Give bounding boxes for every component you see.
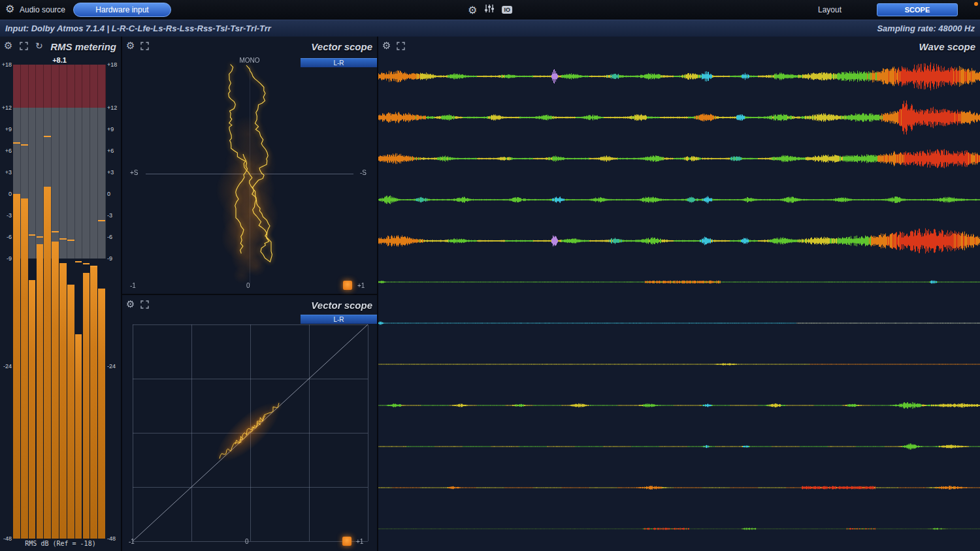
peak-hold-tick-5 <box>44 136 51 137</box>
wave-scope-panel: ⚙ Wave scope <box>378 37 980 551</box>
peak-hold-tick-3 <box>29 234 36 236</box>
peak-hold-tick-12 <box>98 220 105 221</box>
peak-hold-tick-9 <box>75 261 82 262</box>
db-scale-label: +18 <box>107 61 120 68</box>
mono-axis-label: MONO <box>233 57 266 64</box>
rms-meter-display <box>13 65 106 539</box>
db-scale-label: -3 <box>107 212 120 219</box>
rms-reference-label: RMS dB (Ref = -18) <box>0 540 121 547</box>
rms-meter-bar-4 <box>37 244 44 539</box>
scale-plus-one-label: +1 <box>357 282 365 289</box>
db-scale-label: -24 <box>107 363 120 370</box>
peak-hold-tick-11 <box>90 266 97 267</box>
rms-max-readout: +8.1 <box>13 56 106 64</box>
peak-hold-tick-6 <box>52 231 59 232</box>
hardware-input-button[interactable]: Hardware input <box>73 3 171 17</box>
panel-title: Vector scope <box>311 41 372 52</box>
reset-refresh-icon[interactable]: ↻ <box>35 40 43 52</box>
scale-zero-label: 0 <box>245 538 249 545</box>
mixer-sliders-icon[interactable] <box>484 4 495 16</box>
db-scale-label: +9 <box>107 126 120 133</box>
panel-title: Vector scope <box>311 300 372 311</box>
top-toolbar: ⚙ Audio source Hardware input ⚙ IO Layou… <box>0 0 980 20</box>
panel-settings-gear-icon[interactable]: ⚙ <box>382 40 391 52</box>
waveform-display <box>378 56 980 551</box>
rms-meter-bar-7 <box>59 263 67 539</box>
status-indicator-dot <box>974 2 978 6</box>
vector-scope-top-panel: ⚙ Vector scope L-R MONO +S -S -1 0 +1 <box>122 37 377 294</box>
vector-scope-display <box>122 56 377 294</box>
db-scale-label: -9 <box>1 255 12 262</box>
db-scale-label: -3 <box>1 212 12 219</box>
rms-meter-bar-9 <box>75 334 82 539</box>
clip-indicator[interactable] <box>342 537 351 546</box>
db-scale-label: -6 <box>107 234 120 240</box>
db-scale-label: -24 <box>1 363 12 370</box>
toolbar-center-icons: ⚙ IO <box>468 0 512 20</box>
db-scale-label: 0 <box>107 191 120 197</box>
rms-meter-bar-12 <box>98 289 105 539</box>
expand-icon[interactable] <box>20 40 28 50</box>
db-scale-label: -6 <box>1 234 12 240</box>
db-scale-label: +12 <box>1 104 12 111</box>
scale-minus-one-label: -1 <box>129 538 135 545</box>
panel-settings-gear-icon[interactable]: ⚙ <box>126 298 135 310</box>
gear-icon[interactable]: ⚙ <box>468 4 477 16</box>
db-scale-label: +3 <box>1 169 12 176</box>
input-format-text: Input: Dolby Atmos 7.1.4 | L-R-C-Lfe-Ls-… <box>5 24 271 33</box>
db-scale-label: +6 <box>1 148 12 154</box>
meter-overload-zone <box>13 65 106 108</box>
scope-button[interactable]: SCOPE <box>877 3 958 16</box>
rms-meter-bar-3 <box>29 280 36 539</box>
db-scale-label: +6 <box>107 148 120 154</box>
panel-title: Wave scope <box>919 41 975 52</box>
rms-meter-bar-2 <box>21 198 28 539</box>
peak-hold-tick-8 <box>67 240 74 241</box>
db-scale-label: -48 <box>1 535 12 542</box>
rms-meter-bar-10 <box>83 273 90 539</box>
expand-icon[interactable] <box>140 40 149 50</box>
rms-meter-bar-1 <box>13 194 20 539</box>
peak-hold-tick-10 <box>83 263 90 264</box>
info-bar: Input: Dolby Atmos 7.1.4 | L-R-C-Lfe-Ls-… <box>0 20 980 37</box>
settings-gear-icon[interactable]: ⚙ <box>5 3 14 15</box>
scale-zero-label: 0 <box>246 282 250 289</box>
minus-s-axis-label: -S <box>360 169 367 176</box>
db-scale-label: +18 <box>1 61 12 68</box>
panel-settings-gear-icon[interactable]: ⚙ <box>126 40 135 52</box>
scale-minus-one-label: -1 <box>130 282 136 289</box>
db-scale-label: 0 <box>1 191 12 197</box>
peak-hold-tick-1 <box>13 142 20 144</box>
expand-icon[interactable] <box>140 298 149 309</box>
peak-hold-tick-2 <box>21 144 28 146</box>
rms-metering-panel: ⚙ ↻ RMS metering +8.1 RMS dB (Ref = -18)… <box>0 37 121 551</box>
plus-s-axis-label: +S <box>130 169 139 176</box>
analyzer-app: ⚙ Audio source Hardware input ⚙ IO Layou… <box>0 0 980 551</box>
sampling-rate-text: Sampling rate: 48000 Hz <box>877 24 975 33</box>
peak-hold-tick-7 <box>59 238 67 240</box>
io-icon[interactable]: IO <box>502 6 512 14</box>
vector-scope-bottom-panel: ⚙ Vector scope L-R -1 0 +1 <box>122 295 377 551</box>
rms-meter-bar-6 <box>52 242 59 539</box>
clip-indicator[interactable] <box>343 281 352 290</box>
layout-label: Layout <box>818 5 841 14</box>
db-scale-label: +9 <box>1 126 12 133</box>
panel-settings-gear-icon[interactable]: ⚙ <box>4 40 12 52</box>
audio-source-label: Audio source <box>20 5 65 14</box>
peak-hold-tick-4 <box>37 236 44 238</box>
rms-meter-bar-11 <box>90 267 97 539</box>
correlation-display <box>122 315 377 551</box>
db-scale-label: -9 <box>107 255 120 262</box>
db-scale-label: -48 <box>107 535 120 542</box>
rms-meter-bar-8 <box>67 285 74 539</box>
db-scale-label: +12 <box>107 104 120 111</box>
expand-icon[interactable] <box>397 40 405 50</box>
scale-plus-one-label: +1 <box>356 538 363 545</box>
rms-meter-bar-5 <box>44 187 51 539</box>
panel-title: RMS metering <box>50 41 116 52</box>
db-scale-label: +3 <box>107 169 120 176</box>
